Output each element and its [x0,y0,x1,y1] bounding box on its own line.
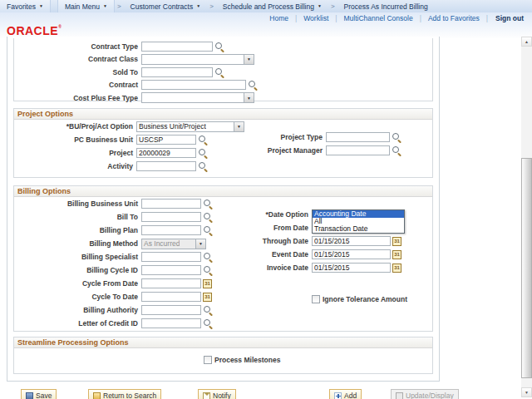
billing-options-box: Billing Options Billing Business Unit Bi… [13,185,433,332]
through-date-input[interactable] [312,236,391,246]
home-link[interactable]: Home [263,14,295,22]
sold-to-input[interactable] [141,67,213,77]
project-options-box: Project Options *BU/Proj/Act Option Busi… [13,108,433,178]
calendar-icon[interactable]: 31 [392,264,401,273]
billing-method-label: Billing Method [14,239,141,248]
update-display-icon [396,392,403,399]
billing-plan-input[interactable] [141,225,201,235]
billing-business-unit-label: Billing Business Unit [14,200,141,208]
add-button[interactable]: Add [329,389,362,399]
pc-business-unit-input[interactable] [136,135,196,145]
breadcrumb-separator: > [115,0,124,12]
worklist-link[interactable]: Worklist [297,14,335,22]
option-accounting-date[interactable]: Accounting Date [313,210,404,218]
project-type-input[interactable] [326,132,390,142]
billing-plan-label: Billing Plan [14,226,141,234]
calendar-icon[interactable]: 31 [392,250,401,259]
favorites-label: Favorites [7,2,36,11]
event-date-label: Event Date [239,250,312,259]
billing-cycle-id-input[interactable] [141,265,201,275]
lookup-icon[interactable] [203,265,213,275]
chevron-down-icon: ▼ [244,55,254,64]
scroll-up-arrow-icon[interactable]: ▲ [521,37,532,47]
lookup-icon[interactable] [214,42,224,52]
lookup-icon[interactable] [214,67,224,77]
lookup-icon[interactable] [392,145,401,155]
return-to-search-button[interactable]: Return to Search [88,389,161,399]
project-label: Project [14,149,136,157]
lookup-icon[interactable] [203,252,213,262]
event-date-input[interactable] [312,249,391,259]
contract-input[interactable] [141,80,246,90]
multichannel-console-link[interactable]: MultiChannel Console [337,14,420,22]
billing-specialist-label: Billing Specialist [14,253,141,261]
project-manager-input[interactable] [326,145,390,155]
lookup-icon[interactable] [203,199,213,209]
scrollbar-thumb[interactable] [521,158,532,378]
lookup-icon[interactable] [203,305,213,315]
main-menu[interactable]: Main Menu ▼ [57,0,115,12]
project-options-title: Project Options [17,110,73,118]
cycle-to-date-label: Cycle To Date [14,293,141,301]
cycle-to-date-input[interactable] [141,292,201,302]
contract-type-label: Contract Type [14,42,141,51]
save-button[interactable]: Save [21,389,57,399]
invoice-date-input[interactable] [312,263,391,273]
option-transaction-date[interactable]: Transaction Date [313,225,404,233]
lookup-icon[interactable] [198,148,208,158]
envelope-icon [203,392,210,399]
contract-type-input[interactable] [141,42,213,52]
ignore-tolerance-checkbox[interactable] [312,295,320,303]
favorites-menu[interactable]: Favorites ▼ [0,0,51,12]
update-display-button: Update/Display [391,389,459,399]
cycle-from-date-input[interactable] [141,278,201,288]
date-option-label: *Date Option [239,210,312,219]
process-milestones-checkbox[interactable] [204,356,212,364]
project-input[interactable] [136,148,196,158]
contract-label: Contract [14,81,141,89]
bu-proj-act-option-select[interactable]: Business Unit/Project ▼ [136,121,244,132]
lookup-icon[interactable] [392,132,401,142]
streamline-options-title: Streamline Processing Options [17,338,129,347]
contract-class-select[interactable]: ▼ [141,54,254,65]
lookup-icon[interactable] [198,135,208,145]
billing-authority-input[interactable] [141,305,201,315]
chevron-down-icon: ▼ [234,122,244,131]
ignore-tolerance-label: Ignore Tolerance Amount [323,295,407,303]
billing-options-title: Billing Options [17,187,71,195]
save-icon [26,392,33,399]
billing-specialist-input[interactable] [141,252,201,262]
calendar-icon[interactable]: 31 [203,293,212,302]
date-option-dropdown-list: Accounting Date All Transaction Date [312,209,405,234]
breadcrumb-customer-contracts[interactable]: Customer Contracts ▼ [124,0,208,12]
lookup-icon[interactable] [198,161,208,171]
billing-business-unit-input[interactable] [141,199,201,209]
breadcrumb-schedule-process-billing[interactable]: Schedule and Process Billing ▼ [216,0,328,12]
sign-out-link[interactable]: Sign out [488,14,524,22]
letter-of-credit-id-input[interactable] [141,318,201,328]
breadcrumb: Favorites ▼ Main Menu ▼ > Customer Contr… [0,0,532,13]
lookup-icon[interactable] [203,225,213,235]
calendar-icon[interactable]: 31 [203,279,212,288]
bu-proj-act-option-label: *BU/Proj/Act Option [14,122,136,131]
scroll-down-arrow-icon[interactable]: ▼ [521,387,532,397]
calendar-icon[interactable]: 31 [392,237,401,246]
add-icon [334,392,342,399]
lookup-icon[interactable] [203,318,213,328]
breadcrumb-separator: > [328,0,337,12]
notify-button[interactable]: Notify [198,389,236,399]
chevron-down-icon: ▼ [39,4,43,8]
lookup-icon[interactable] [248,80,258,90]
bill-to-label: Bill To [14,213,141,221]
chevron-down-icon: ▼ [196,4,200,8]
cost-plus-fee-type-label: Cost Plus Fee Type [14,94,141,102]
cycle-from-date-label: Cycle From Date [14,279,141,288]
add-to-favorites-link[interactable]: Add to Favorites [421,14,486,22]
activity-input[interactable] [136,161,196,171]
lookup-icon[interactable] [203,212,213,222]
bill-to-input[interactable] [141,212,201,222]
chevron-down-icon: ▼ [318,4,322,8]
streamline-options-box: Streamline Processing Options Process Mi… [13,337,433,374]
cost-plus-fee-type-select[interactable]: ▼ [141,92,254,103]
oracle-logo: ORACLE® [7,24,62,37]
